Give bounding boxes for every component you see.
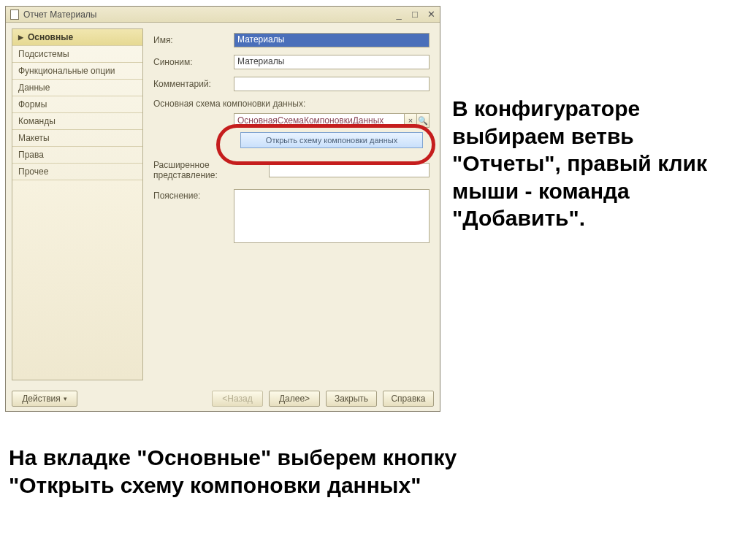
help-button[interactable]: Справка (383, 391, 434, 407)
explanation-label: Пояснение: (153, 189, 234, 201)
synonym-label: Синоним: (153, 57, 234, 67)
sidebar-item-main[interactable]: Основные (12, 29, 142, 46)
sidebar-item-other[interactable]: Прочее (12, 164, 142, 180)
titlebar: Отчет Материалы _ □ ✕ (6, 7, 440, 23)
sidebar-item-func-options[interactable]: Функциональные опции (12, 63, 142, 80)
sidebar-item-data[interactable]: Данные (12, 80, 142, 96)
ext-repr-field[interactable] (269, 163, 430, 177)
schema-dropdown[interactable]: ОсновнаяСхемаКомпоновкиДанных (234, 113, 405, 128)
comment-field[interactable] (234, 77, 430, 91)
maximize-button[interactable]: □ (409, 9, 421, 20)
report-icon (10, 9, 19, 20)
name-label: Имя: (153, 35, 234, 45)
bottom-instruction: На вкладке "Основные" выберем кнопку "От… (9, 444, 564, 499)
explanation-field[interactable] (234, 189, 430, 243)
bottom-bar: Действия <Назад Далее> Закрыть Справка (6, 386, 440, 411)
minimize-button[interactable]: _ (393, 9, 405, 20)
section-sidebar: Основные Подсистемы Функциональные опции… (12, 28, 143, 380)
comment-label: Комментарий: (153, 79, 234, 89)
close-window-button[interactable]: ✕ (425, 9, 437, 20)
sidebar-item-subsystems[interactable]: Подсистемы (12, 46, 142, 63)
window-buttons: _ □ ✕ (393, 9, 437, 20)
close-button[interactable]: Закрыть (326, 391, 377, 407)
magnify-icon[interactable]: 🔍 (416, 113, 430, 128)
app-window: Отчет Материалы _ □ ✕ Основные Подсистем… (5, 6, 440, 412)
next-button[interactable]: Далее> (269, 391, 320, 407)
window-title: Отчет Материалы (23, 9, 389, 20)
synonym-field[interactable]: Материалы (234, 55, 430, 69)
actions-button[interactable]: Действия (12, 391, 77, 407)
sidebar-item-templates[interactable]: Макеты (12, 130, 142, 147)
sidebar-item-commands[interactable]: Команды (12, 113, 142, 130)
clear-icon[interactable]: × (404, 113, 417, 128)
form-area: Имя: Материалы Синоним: Материалы Коммен… (146, 28, 434, 380)
open-schema-button[interactable]: Открыть схему компоновки данных (240, 132, 423, 148)
sidebar-item-rights[interactable]: Права (12, 147, 142, 164)
side-instruction: В конфигураторе выбираем ветвь "Отчеты",… (452, 95, 737, 232)
back-button[interactable]: <Назад (212, 391, 263, 407)
schema-section-label: Основная схема компоновки данных: (153, 99, 430, 109)
sidebar-item-forms[interactable]: Формы (12, 96, 142, 113)
ext-repr-label: Расширенное представление: (153, 160, 269, 180)
name-field[interactable]: Материалы (234, 33, 430, 47)
